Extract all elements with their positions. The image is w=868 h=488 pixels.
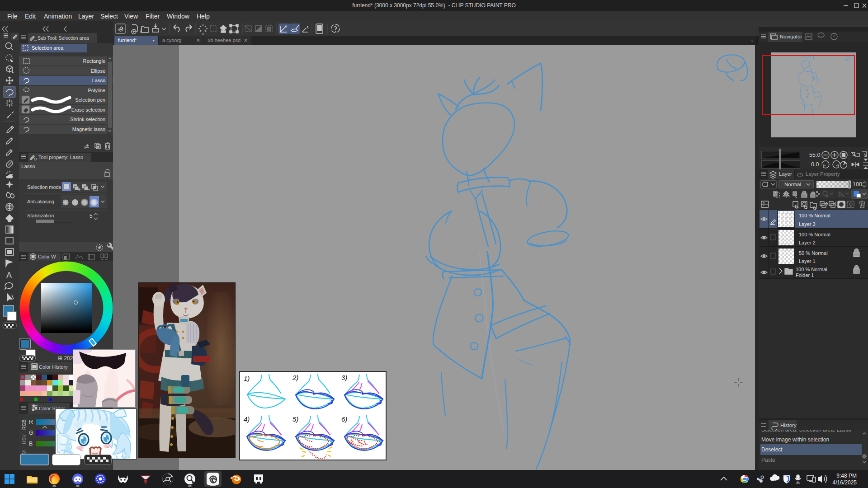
svg-text:4/16/2025: 4/16/2025 [833, 479, 857, 486]
svg-text:A: A [6, 271, 12, 280]
svg-text:9:48 PM: 9:48 PM [836, 473, 857, 479]
